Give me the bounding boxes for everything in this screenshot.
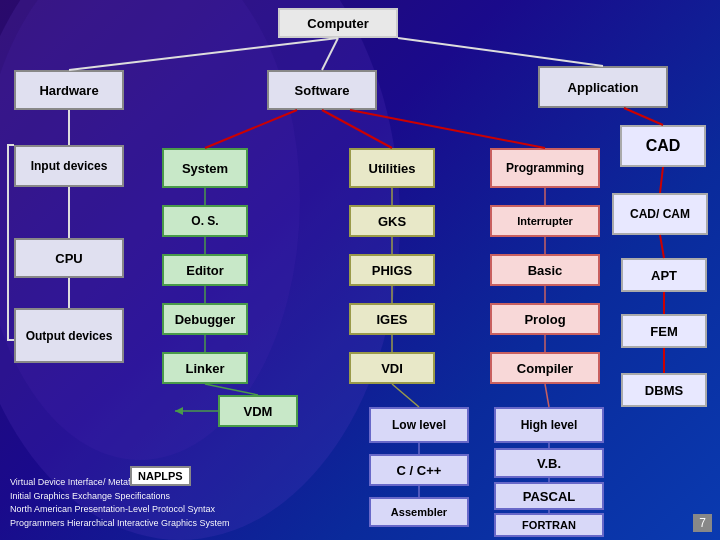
- linker-box: Linker: [162, 352, 248, 384]
- debugger-box: Debugger: [162, 303, 248, 335]
- naplps-label: NAPLPS: [138, 470, 183, 482]
- interrupter-label: Interrupter: [517, 215, 573, 227]
- cpu-box: CPU: [14, 238, 124, 278]
- high-level-label: High level: [521, 418, 578, 432]
- note-line4: Programmers Hierarchical Interactive Gra…: [10, 517, 230, 531]
- assembler-box: Assembler: [369, 497, 469, 527]
- fem-label: FEM: [650, 324, 677, 339]
- software-box: Software: [267, 70, 377, 110]
- c-cpp-box: C / C++: [369, 454, 469, 486]
- fortran-label: FORTRAN: [522, 519, 576, 531]
- vdm-label: VDM: [244, 404, 273, 419]
- page-number: 7: [693, 514, 712, 532]
- dbms-label: DBMS: [645, 383, 683, 398]
- svg-line-10: [660, 235, 664, 258]
- input-devices-box: Input devices: [14, 145, 124, 187]
- svg-marker-37: [175, 407, 183, 415]
- gks-box: GKS: [349, 205, 435, 237]
- editor-label: Editor: [186, 263, 224, 278]
- basic-box: Basic: [490, 254, 600, 286]
- computer-box: Computer: [278, 8, 398, 38]
- software-label: Software: [295, 83, 350, 98]
- diagram: Computer Hardware Software Application C…: [0, 0, 720, 540]
- phigs-box: PHIGS: [349, 254, 435, 286]
- assembler-label: Assembler: [391, 506, 447, 518]
- svg-line-9: [660, 167, 663, 193]
- os-box: O. S.: [162, 205, 248, 237]
- svg-line-3: [322, 38, 338, 70]
- iges-label: IGES: [376, 312, 407, 327]
- svg-line-25: [392, 384, 419, 407]
- vdm-box: VDM: [218, 395, 298, 427]
- svg-line-5: [205, 110, 297, 148]
- apt-box: APT: [621, 258, 707, 292]
- output-devices-label: Output devices: [26, 329, 113, 343]
- dbms-box: DBMS: [621, 373, 707, 407]
- vdi-box: VDI: [349, 352, 435, 384]
- svg-line-2: [69, 38, 338, 70]
- linker-label: Linker: [185, 361, 224, 376]
- basic-label: Basic: [528, 263, 563, 278]
- note-line3: North American Presentation-Level Protoc…: [10, 503, 230, 517]
- svg-line-30: [545, 384, 549, 407]
- fem-box: FEM: [621, 314, 707, 348]
- low-level-label: Low level: [392, 418, 446, 432]
- gks-label: GKS: [378, 214, 406, 229]
- debugger-label: Debugger: [175, 312, 236, 327]
- note-line2: Initial Graphics Exchange Specifications: [10, 490, 230, 504]
- compiler-box: Compiler: [490, 352, 600, 384]
- cad-cam-box: CAD/ CAM: [612, 193, 708, 235]
- application-label: Application: [568, 80, 639, 95]
- fortran-box: FORTRAN: [494, 513, 604, 537]
- apt-label: APT: [651, 268, 677, 283]
- prolog-label: Prolog: [524, 312, 565, 327]
- iges-box: IGES: [349, 303, 435, 335]
- hardware-box: Hardware: [14, 70, 124, 110]
- vdi-label: VDI: [381, 361, 403, 376]
- prolog-box: Prolog: [490, 303, 600, 335]
- c-cpp-label: C / C++: [397, 463, 442, 478]
- cad-box: CAD: [620, 125, 706, 167]
- cad-label: CAD: [646, 137, 681, 155]
- pascal-box: PASCAL: [494, 482, 604, 510]
- system-box: System: [162, 148, 248, 188]
- svg-line-20: [205, 384, 258, 395]
- system-label: System: [182, 161, 228, 176]
- output-devices-box: Output devices: [14, 308, 124, 363]
- naplps-box: NAPLPS: [130, 466, 191, 486]
- computer-label: Computer: [307, 16, 368, 31]
- svg-line-7: [350, 110, 545, 148]
- hardware-label: Hardware: [39, 83, 98, 98]
- pascal-label: PASCAL: [523, 489, 575, 504]
- programming-label: Programming: [506, 161, 584, 175]
- compiler-label: Compiler: [517, 361, 573, 376]
- cad-cam-label: CAD/ CAM: [630, 207, 690, 221]
- programming-box: Programming: [490, 148, 600, 188]
- high-level-box: High level: [494, 407, 604, 443]
- vb-label: V.B.: [537, 456, 561, 471]
- utilities-label: Utilities: [369, 161, 416, 176]
- os-label: O. S.: [191, 214, 218, 228]
- input-devices-label: Input devices: [31, 159, 108, 173]
- utilities-box: Utilities: [349, 148, 435, 188]
- svg-line-8: [624, 108, 663, 125]
- notes-section: Virtual Device Interface/ Metafile Initi…: [10, 476, 230, 530]
- editor-box: Editor: [162, 254, 248, 286]
- phigs-label: PHIGS: [372, 263, 412, 278]
- interrupter-box: Interrupter: [490, 205, 600, 237]
- vb-box: V.B.: [494, 448, 604, 478]
- application-box: Application: [538, 66, 668, 108]
- svg-line-4: [398, 38, 603, 66]
- note-line1: Virtual Device Interface/ Metafile: [10, 476, 230, 490]
- low-level-box: Low level: [369, 407, 469, 443]
- cpu-label: CPU: [55, 251, 82, 266]
- svg-line-6: [322, 110, 392, 148]
